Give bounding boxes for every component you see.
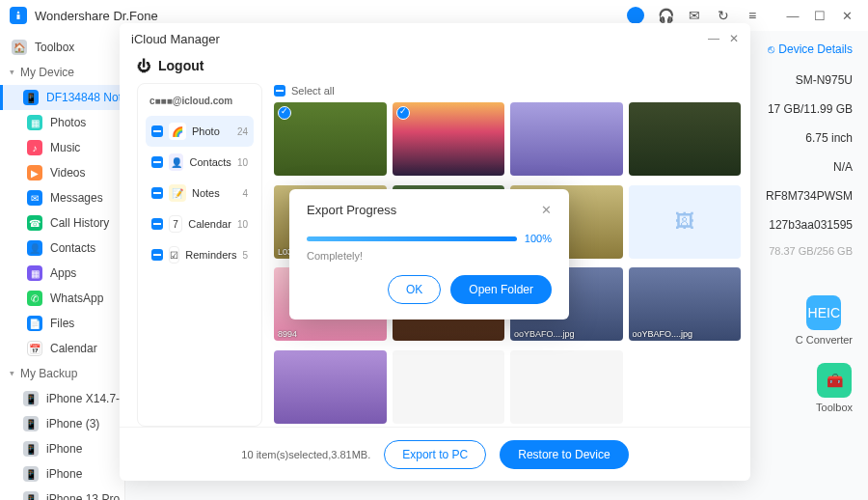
checkbox-minus-icon[interactable] — [151, 187, 163, 199]
checkbox-minus-icon[interactable] — [151, 125, 163, 137]
sidebar-files[interactable]: 📄Files — [0, 311, 124, 336]
progress-percent: 100% — [525, 233, 552, 244]
sidebar-my-device[interactable]: My Device — [0, 60, 124, 85]
category-panel: c■■■@icloud.com 🌈Photo24 👤Contacts10 📝No… — [137, 83, 262, 427]
checkbox-minus-icon[interactable] — [151, 156, 163, 168]
category-calendar[interactable]: 7Calendar10 — [146, 208, 254, 239]
toolbox-icon: 🧰 — [817, 363, 852, 398]
thumb[interactable] — [393, 102, 505, 176]
power-icon: ⏻ — [137, 58, 150, 73]
headset-icon[interactable]: 🎧 — [658, 8, 673, 23]
app-title: Wondershare Dr.Fone — [35, 9, 158, 23]
account-icon[interactable] — [627, 7, 644, 24]
modal-close-button[interactable]: ✕ — [541, 203, 552, 217]
sidebar-device-label: DF134848 Note — [46, 91, 125, 104]
check-icon — [396, 106, 410, 120]
overlay-titlebar: iCloud Manager —✕ — [120, 23, 750, 54]
sidebar-backup-1[interactable]: 📱iPhone (3) — [0, 411, 124, 436]
overlay-title: iCloud Manager — [131, 32, 220, 46]
category-reminders[interactable]: ☑Reminders5 — [146, 239, 254, 270]
sidebar-photos[interactable]: ▦Photos — [0, 110, 124, 135]
thumb[interactable]: ooYBAFO....jpg — [629, 267, 742, 341]
sidebar-backup-2[interactable]: 📱iPhone — [0, 436, 124, 461]
ok-button[interactable]: OK — [388, 275, 441, 304]
sidebar-whatsapp[interactable]: ✆WhatsApp — [0, 286, 124, 311]
open-folder-button[interactable]: Open Folder — [450, 275, 552, 304]
mail-icon[interactable]: ✉ — [687, 8, 702, 23]
select-all[interactable]: Select all — [274, 83, 741, 102]
image-icon: 🖼 — [675, 210, 694, 233]
sidebar: 🏠Toolbox My Device 📱DF134848 Note ▦Photo… — [0, 31, 125, 500]
sidebar-toolbox-label: Toolbox — [35, 41, 74, 54]
sidebar-toolbox[interactable]: 🏠Toolbox — [0, 35, 124, 60]
modal-title: Export Progress — [307, 203, 396, 217]
logout-button[interactable]: ⏻ Logout — [120, 54, 750, 83]
checkbox-minus-icon[interactable] — [151, 218, 163, 230]
thumb[interactable] — [510, 350, 623, 424]
history-icon[interactable]: ↻ — [716, 8, 731, 23]
overlay-minimize[interactable]: — — [708, 32, 719, 45]
overlay-close[interactable]: ✕ — [729, 32, 739, 45]
category-photo[interactable]: 🌈Photo24 — [146, 116, 254, 147]
sidebar-my-backup[interactable]: My Backup — [0, 361, 124, 386]
sidebar-music[interactable]: ♪Music — [0, 135, 124, 160]
sidebar-messages[interactable]: ✉Messages — [0, 185, 124, 210]
sidebar-device[interactable]: 📱DF134848 Note — [0, 85, 124, 110]
thumb[interactable] — [629, 102, 742, 176]
tool-toolbox[interactable]: 🧰Toolbox — [816, 363, 853, 413]
sidebar-backup-4[interactable]: 📱iPhone 13 Pro — [0, 486, 124, 500]
check-icon — [278, 106, 291, 120]
account-email: c■■■@icloud.com — [146, 94, 254, 116]
tool-heic-converter[interactable]: HEICC Converter — [796, 295, 853, 346]
thumb[interactable] — [274, 102, 387, 176]
thumb-placeholder[interactable]: 🖼 — [629, 185, 742, 259]
maximize-button[interactable]: ☐ — [808, 4, 831, 27]
sidebar-backup-0[interactable]: 📱iPhone X14.7-... — [0, 386, 124, 411]
category-contacts[interactable]: 👤Contacts10 — [146, 147, 254, 178]
thumb[interactable] — [274, 350, 387, 424]
overlay-footer: 10 item(s)selected,3.81MB. Export to PC … — [120, 427, 750, 481]
heic-icon: HEIC — [806, 295, 841, 330]
sidebar-calendar[interactable]: 📅Calendar — [0, 336, 124, 361]
close-button[interactable]: ✕ — [835, 4, 858, 27]
checkbox-minus-icon[interactable] — [151, 249, 163, 261]
sidebar-apps[interactable]: ▦Apps — [0, 261, 124, 286]
app-logo — [10, 7, 27, 24]
sidebar-contacts[interactable]: 👤Contacts — [0, 236, 124, 261]
category-notes[interactable]: 📝Notes4 — [146, 178, 254, 208]
progress-bar — [307, 236, 517, 241]
export-to-pc-button[interactable]: Export to PC — [384, 440, 486, 469]
sidebar-callhistory[interactable]: ☎Call History — [0, 210, 124, 236]
selection-info: 10 item(s)selected,3.81MB. — [241, 449, 370, 460]
sidebar-backup-3[interactable]: 📱iPhone — [0, 461, 124, 486]
modal-message: Completely! — [307, 250, 552, 262]
thumb[interactable] — [393, 350, 505, 424]
export-progress-modal: Export Progress✕ 100% Completely! OK Ope… — [289, 189, 569, 319]
checkbox-minus-icon[interactable] — [274, 85, 285, 97]
thumb[interactable] — [510, 102, 623, 176]
menu-icon[interactable]: ≡ — [745, 8, 760, 23]
restore-to-device-button[interactable]: Restore to Device — [500, 440, 628, 469]
minimize-button[interactable]: — — [781, 4, 804, 27]
sidebar-videos[interactable]: ▶Videos — [0, 160, 124, 185]
